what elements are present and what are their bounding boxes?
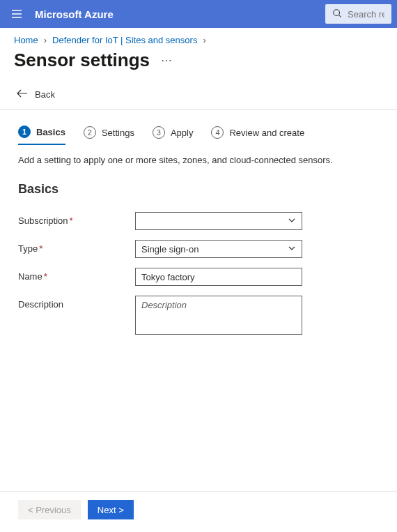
tab-number: 3	[153, 126, 165, 139]
type-value: Single sign-on	[141, 244, 198, 254]
svg-point-0	[334, 9, 340, 15]
brand: Microsoft Azure	[35, 8, 114, 20]
tab-number: 1	[18, 126, 31, 138]
breadcrumb-defender[interactable]: Defender for IoT | Sites and sensors	[52, 35, 197, 45]
tab-number: 2	[84, 126, 96, 139]
chevron-down-icon	[288, 216, 296, 227]
arrow-left-icon	[17, 89, 28, 100]
row-name: Name*	[18, 268, 379, 286]
description-textarea[interactable]	[135, 296, 302, 335]
more-actions-button[interactable]: ⋯	[161, 54, 173, 67]
subscription-select[interactable]	[135, 212, 302, 230]
section-heading: Basics	[18, 182, 379, 197]
chevron-right-icon: ›	[203, 35, 205, 45]
back-button[interactable]: Back	[0, 84, 397, 110]
hamburger-icon[interactable]	[11, 8, 22, 20]
page-hint: Add a setting to apply one or more sites…	[18, 155, 379, 165]
name-input[interactable]	[135, 268, 302, 286]
breadcrumb-home[interactable]: Home	[14, 35, 38, 45]
search-input[interactable]	[348, 9, 384, 20]
label-subscription: Subscription*	[18, 212, 135, 226]
tab-settings[interactable]: 2 Settings	[84, 126, 134, 144]
label-description: Description	[18, 296, 135, 310]
next-button[interactable]: Next >	[88, 500, 134, 519]
label-type: Type*	[18, 240, 135, 254]
back-label: Back	[35, 89, 55, 100]
row-type: Type* Single sign-on	[18, 240, 379, 258]
tab-apply[interactable]: 3 Apply	[153, 126, 194, 144]
previous-button[interactable]: < Previous	[18, 500, 81, 519]
tab-review[interactable]: 4 Review and create	[211, 126, 304, 144]
row-subscription: Subscription*	[18, 212, 379, 230]
wizard-tabs: 1 Basics 2 Settings 3 Apply 4 Review and…	[18, 126, 379, 145]
tab-basics[interactable]: 1 Basics	[18, 126, 65, 145]
tab-label: Settings	[102, 128, 134, 138]
tab-label: Review and create	[229, 128, 304, 138]
tab-label: Apply	[171, 128, 194, 138]
tab-number: 4	[211, 126, 224, 139]
tab-label: Basics	[36, 127, 65, 137]
label-name: Name*	[18, 268, 135, 282]
topbar: Microsoft Azure	[0, 0, 397, 28]
wizard-footer: < Previous Next >	[0, 491, 397, 532]
chevron-right-icon: ›	[44, 35, 47, 45]
breadcrumb: Home › Defender for IoT | Sites and sens…	[0, 28, 397, 47]
row-description: Description	[18, 296, 379, 337]
chevron-down-icon	[288, 244, 296, 254]
page-title-row: Sensor settings ⋯	[0, 47, 397, 84]
type-select[interactable]: Single sign-on	[135, 240, 302, 258]
page-title: Sensor settings	[14, 50, 150, 71]
content: 1 Basics 2 Settings 3 Apply 4 Review and…	[0, 110, 397, 491]
global-search[interactable]	[325, 4, 391, 24]
search-icon	[332, 8, 342, 20]
